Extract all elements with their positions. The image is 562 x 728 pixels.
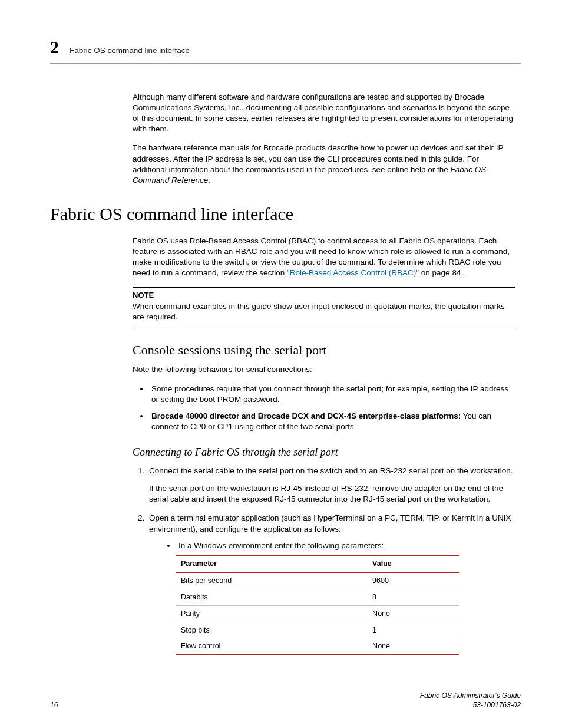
step-2: Open a terminal emulator application (su… — [147, 513, 515, 655]
cell-param: Databits — [176, 589, 368, 605]
note-block: NOTE When command examples in this guide… — [133, 287, 515, 327]
bullet-text: Some procedures require that you connect… — [151, 384, 508, 404]
section-body: Fabric OS uses Role-Based Access Control… — [133, 236, 515, 656]
cell-value: 1 — [368, 622, 459, 638]
cell-value: None — [368, 638, 459, 655]
chapter-number: 2 — [50, 35, 59, 60]
step-2-sub: In a Windows environment enter the follo… — [176, 541, 515, 551]
cell-value: None — [368, 605, 459, 622]
table-header-row: Parameter Value — [176, 555, 459, 572]
cell-param: Stop bits — [176, 622, 368, 638]
running-title: Fabric OS command line interface — [70, 45, 190, 56]
th-value: Value — [368, 555, 459, 572]
table-row: Bits per second9600 — [176, 572, 459, 589]
intro-p2-lead: The hardware reference manuals for Broca… — [133, 143, 503, 173]
note-label: NOTE — [133, 290, 515, 301]
cell-param: Flow control — [176, 638, 368, 655]
console-title: Console sessions using the serial port — [133, 341, 515, 359]
connect-steps: Connect the serial cable to the serial p… — [133, 466, 515, 656]
page-number: 16 — [50, 700, 58, 710]
footer-doc: Fabric OS Administrator's Guide 53-10017… — [420, 691, 521, 710]
cell-param: Parity — [176, 605, 368, 622]
page-footer: 16 Fabric OS Administrator's Guide 53-10… — [50, 691, 521, 710]
bullet-bold: Brocade 48000 director and Brocade DCX a… — [151, 411, 461, 420]
section-title: Fabric OS command line interface — [50, 202, 521, 226]
serial-params-table: Parameter Value Bits per second9600 Data… — [176, 555, 459, 655]
table-row: Databits8 — [176, 589, 459, 605]
step-1: Connect the serial cable to the serial p… — [147, 466, 515, 505]
step-1a: Connect the serial cable to the serial p… — [149, 466, 513, 475]
footer-doc-title: Fabric OS Administrator's Guide — [420, 691, 521, 700]
rbac-paragraph: Fabric OS uses Role-Based Access Control… — [133, 236, 515, 279]
step-2-sublist: In a Windows environment enter the follo… — [149, 541, 515, 551]
list-item: Some procedures require that you connect… — [149, 384, 515, 405]
table-row: ParityNone — [176, 605, 459, 622]
connect-title: Connecting to Fabric OS through the seri… — [133, 445, 515, 459]
step-2-text: Open a terminal emulator application (su… — [149, 513, 511, 533]
intro-paragraph-1: Although many different software and har… — [133, 92, 515, 135]
console-bullets: Some procedures require that you connect… — [133, 384, 515, 433]
rbac-tail: on page 84. — [419, 268, 463, 277]
table-row: Flow controlNone — [176, 638, 459, 655]
cell-value: 9600 — [368, 572, 459, 589]
cell-value: 8 — [368, 589, 459, 605]
th-parameter: Parameter — [176, 555, 368, 572]
list-item: Brocade 48000 director and Brocade DCX a… — [149, 411, 515, 432]
note-body: When command examples in this guide show… — [133, 301, 515, 322]
table-row: Stop bits1 — [176, 622, 459, 638]
console-intro: Note the following behaviors for serial … — [133, 364, 515, 375]
rbac-link[interactable]: "Role-Based Access Control (RBAC)" — [287, 268, 419, 277]
intro-paragraph-2: The hardware reference manuals for Broca… — [133, 143, 515, 186]
step-1b: If the serial port on the workstation is… — [149, 483, 515, 505]
page-header: 2 Fabric OS command line interface — [50, 35, 521, 64]
intro-p2-tail: . — [208, 176, 210, 185]
intro-block: Although many different software and har… — [133, 92, 515, 186]
footer-doc-num: 53-1001763-02 — [420, 700, 521, 710]
cell-param: Bits per second — [176, 572, 368, 589]
